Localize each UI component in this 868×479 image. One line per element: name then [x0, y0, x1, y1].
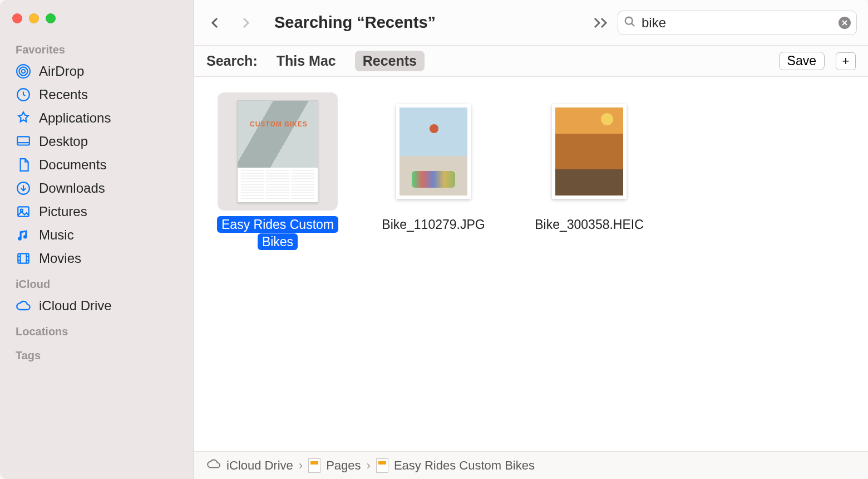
- path-bar: iCloud Drive › Pages › Easy Rides Custom…: [194, 451, 868, 479]
- file-grid: CUSTOM BIKES Easy Rides Custom Bikes Bik…: [194, 77, 868, 451]
- tags-header: Tags: [0, 341, 194, 365]
- movies-icon: [16, 251, 31, 266]
- cloud-icon: [16, 298, 31, 314]
- svg-rect-6: [18, 207, 29, 216]
- search-field-wrap: [618, 11, 857, 35]
- file-item[interactable]: CUSTOM BIKES Easy Rides Custom Bikes: [216, 92, 339, 251]
- sidebar-item-downloads[interactable]: Downloads: [0, 177, 194, 200]
- file-name: Bike_110279.JPG: [382, 216, 485, 233]
- search-icon: [624, 16, 636, 30]
- pages-document-thumb: CUSTOM BIKES: [237, 100, 318, 203]
- window-controls: [0, 10, 194, 36]
- scope-this-mac[interactable]: This Mac: [269, 51, 344, 71]
- file-name: Bike_300358.HEIC: [535, 216, 644, 233]
- back-button[interactable]: [203, 11, 228, 35]
- search-scope-bar: Search: This Mac Recents Save +: [194, 46, 868, 77]
- toolbar: Searching “Recents”: [194, 0, 868, 46]
- pages-folder-icon: [308, 458, 320, 473]
- pages-document-icon: [376, 458, 388, 473]
- save-search-button[interactable]: Save: [779, 52, 825, 70]
- window-title: Searching “Recents”: [274, 13, 436, 32]
- clear-search-button[interactable]: [839, 17, 851, 29]
- sidebar: Favorites AirDrop Recents Applications D…: [0, 0, 194, 479]
- sidebar-item-movies[interactable]: Movies: [0, 247, 194, 270]
- file-item[interactable]: Bike_300358.HEIC: [528, 92, 650, 233]
- sidebar-item-icloud-drive[interactable]: iCloud Drive: [0, 294, 194, 317]
- forward-button[interactable]: [233, 11, 258, 35]
- file-thumbnail: CUSTOM BIKES: [218, 92, 338, 211]
- scope-recents[interactable]: Recents: [355, 51, 425, 71]
- airdrop-icon: [16, 63, 31, 79]
- icloud-header: iCloud: [0, 270, 194, 294]
- file-name: Easy Rides Custom Bikes: [216, 216, 339, 251]
- favorites-header: Favorites: [0, 36, 194, 60]
- chevron-right-icon: ›: [299, 458, 303, 473]
- document-icon: [16, 157, 31, 173]
- search-label: Search:: [206, 53, 258, 69]
- fullscreen-window-button[interactable]: [46, 13, 56, 23]
- sidebar-item-documents[interactable]: Documents: [0, 153, 194, 177]
- sidebar-item-label: Music: [39, 227, 74, 243]
- svg-point-9: [625, 17, 633, 24]
- minimize-window-button[interactable]: [29, 13, 39, 23]
- clock-icon: [16, 87, 31, 102]
- sidebar-item-airdrop[interactable]: AirDrop: [0, 60, 194, 83]
- applications-icon: [16, 110, 31, 126]
- cloud-icon: [206, 457, 221, 475]
- sidebar-item-applications[interactable]: Applications: [0, 106, 194, 130]
- downloads-icon: [16, 180, 31, 196]
- svg-point-1: [19, 67, 27, 75]
- sidebar-item-label: Desktop: [39, 134, 88, 149]
- photo-thumb: [396, 104, 471, 199]
- add-criteria-button[interactable]: +: [836, 52, 856, 70]
- file-thumbnail: [529, 92, 649, 211]
- path-seg-pages[interactable]: Pages: [326, 458, 361, 473]
- thumb-title-text: CUSTOM BIKES: [250, 121, 308, 128]
- sidebar-item-label: Pictures: [39, 204, 87, 219]
- path-seg-file[interactable]: Easy Rides Custom Bikes: [394, 458, 535, 473]
- sidebar-item-label: Movies: [39, 251, 81, 266]
- sidebar-item-label: Recents: [39, 87, 88, 102]
- sidebar-item-pictures[interactable]: Pictures: [0, 200, 194, 223]
- svg-point-0: [22, 70, 26, 74]
- search-input[interactable]: [642, 15, 833, 31]
- locations-header: Locations: [0, 317, 194, 341]
- svg-rect-8: [18, 253, 29, 263]
- desktop-icon: [16, 134, 31, 149]
- sidebar-item-label: Downloads: [39, 180, 105, 196]
- main-pane: Searching “Recents” Search: This Mac Rec…: [194, 0, 868, 479]
- overflow-button[interactable]: [590, 17, 612, 28]
- sidebar-item-desktop[interactable]: Desktop: [0, 130, 194, 153]
- path-seg-icloud[interactable]: iCloud Drive: [226, 458, 293, 473]
- close-window-button[interactable]: [12, 13, 22, 23]
- photo-thumb: [552, 104, 627, 199]
- pictures-icon: [16, 204, 31, 219]
- sidebar-item-music[interactable]: Music: [0, 223, 194, 247]
- sidebar-item-recents[interactable]: Recents: [0, 83, 194, 106]
- svg-rect-4: [17, 136, 29, 145]
- sidebar-item-label: AirDrop: [39, 63, 84, 79]
- music-icon: [16, 227, 31, 243]
- sidebar-item-label: Documents: [39, 157, 106, 173]
- file-item[interactable]: Bike_110279.JPG: [372, 92, 495, 233]
- sidebar-item-label: iCloud Drive: [39, 298, 112, 314]
- chevron-right-icon: ›: [367, 458, 371, 473]
- file-thumbnail: [373, 92, 494, 211]
- sidebar-item-label: Applications: [39, 110, 111, 126]
